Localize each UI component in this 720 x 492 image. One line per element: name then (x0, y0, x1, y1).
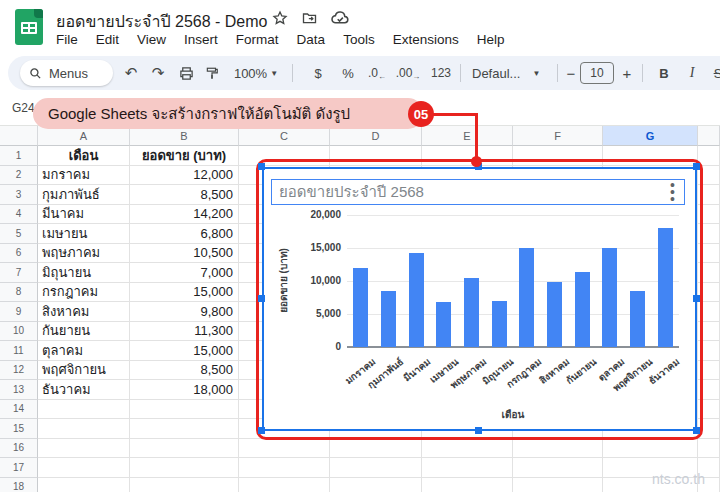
cell-B18[interactable] (130, 478, 239, 492)
decrease-font-size-button[interactable]: − (561, 60, 581, 86)
row-header-5[interactable]: 5 (0, 224, 38, 244)
cell-B10[interactable]: 11,300 (130, 322, 239, 342)
cell-B17[interactable] (130, 458, 239, 478)
menu-help[interactable]: Help (468, 30, 514, 49)
cell-B14[interactable] (130, 400, 239, 420)
print-button[interactable] (174, 60, 198, 86)
col-header-E[interactable]: E (422, 126, 513, 146)
cell-F17[interactable] (513, 458, 603, 478)
menu-format[interactable]: Format (227, 30, 288, 49)
row-header-11[interactable]: 11 (0, 341, 38, 361)
cell-B8[interactable]: 15,000 (130, 283, 239, 303)
cell-H11[interactable] (698, 341, 720, 361)
cell-B3[interactable]: 8,500 (130, 185, 239, 205)
cell-H1[interactable] (698, 146, 720, 166)
row-header-17[interactable]: 17 (0, 458, 38, 478)
cell-H6[interactable] (698, 244, 720, 264)
row-header-12[interactable]: 12 (0, 361, 38, 381)
decrease-decimal-button[interactable]: .0← (363, 60, 391, 86)
cell-F18[interactable] (513, 478, 603, 492)
cell-A11[interactable]: ตุลาคม (38, 341, 130, 361)
cell-B2[interactable]: 12,000 (130, 166, 239, 186)
percent-format-button[interactable]: % (336, 60, 360, 86)
cell-B16[interactable] (130, 439, 239, 459)
cell-E18[interactable] (422, 478, 513, 492)
cell-B1[interactable]: ยอดขาย (บาท) (130, 146, 239, 166)
row-header-14[interactable]: 14 (0, 400, 38, 420)
move-folder-icon[interactable] (301, 10, 318, 26)
cell-C16[interactable] (239, 439, 330, 459)
bar-พฤศจิกายน[interactable] (630, 291, 645, 347)
row-header-6[interactable]: 6 (0, 244, 38, 264)
cell-E1[interactable] (422, 146, 513, 166)
cell-C17[interactable] (239, 458, 330, 478)
cell-H13[interactable] (698, 380, 720, 400)
star-icon[interactable] (272, 10, 288, 26)
selection-handle[interactable] (475, 427, 482, 434)
cell-A17[interactable] (38, 458, 130, 478)
selection-handle[interactable] (258, 163, 265, 170)
cell-D18[interactable] (330, 478, 422, 492)
cell-G1[interactable] (603, 146, 698, 166)
row-header-7[interactable]: 7 (0, 263, 38, 283)
cell-F16[interactable] (513, 439, 603, 459)
menu-file[interactable]: File (47, 30, 87, 49)
cell-H15[interactable] (698, 419, 720, 439)
row-header-4[interactable]: 4 (0, 205, 38, 225)
row-header-15[interactable]: 15 (0, 419, 38, 439)
increase-decimal-button[interactable]: .00→ (393, 60, 423, 86)
bar-มีนาคม[interactable] (409, 253, 424, 347)
cell-A7[interactable]: มิถุนายน (38, 263, 130, 283)
cell-F1[interactable] (513, 146, 603, 166)
cell-D16[interactable] (330, 439, 422, 459)
selection-handle[interactable] (693, 427, 700, 434)
cell-C18[interactable] (239, 478, 330, 492)
cell-A10[interactable]: กันยายน (38, 322, 130, 342)
cell-G16[interactable] (603, 439, 698, 459)
menu-view[interactable]: View (128, 30, 175, 49)
bar-สิงหาคม[interactable] (547, 282, 562, 347)
cell-B4[interactable]: 14,200 (130, 205, 239, 225)
col-header-C[interactable]: C (239, 126, 330, 146)
bar-เมษายน[interactable] (436, 302, 451, 347)
chart-more-menu-icon[interactable]: ••• (670, 182, 675, 203)
italic-button[interactable]: I (680, 60, 704, 86)
cell-A3[interactable]: กุมภาพันธ์ (38, 185, 130, 205)
cell-A18[interactable] (38, 478, 130, 492)
cell-A4[interactable]: มีนาคม (38, 205, 130, 225)
name-box[interactable]: G24 (12, 101, 35, 115)
cell-B6[interactable]: 10,500 (130, 244, 239, 264)
bar-ตุลาคม[interactable] (602, 248, 617, 347)
menus-search[interactable]: Menus (20, 60, 113, 86)
row-header-10[interactable]: 10 (0, 322, 38, 342)
cell-B13[interactable]: 18,000 (130, 380, 239, 400)
cell-D17[interactable] (330, 458, 422, 478)
cell-H10[interactable] (698, 322, 720, 342)
row-header-16[interactable]: 16 (0, 439, 38, 459)
selection-handle[interactable] (693, 295, 700, 302)
row-header-8[interactable]: 8 (0, 283, 38, 303)
bar-กรกฎาคม[interactable] (519, 248, 534, 347)
bar-ธันวาคม[interactable] (658, 228, 673, 347)
cell-B5[interactable]: 6,800 (130, 224, 239, 244)
row-header-2[interactable]: 2 (0, 166, 38, 186)
menu-extensions[interactable]: Extensions (384, 30, 468, 49)
bar-กุมภาพันธ์[interactable] (381, 291, 396, 347)
cell-A8[interactable]: กรกฎาคม (38, 283, 130, 303)
cell-H3[interactable] (698, 185, 720, 205)
cell-C1[interactable] (239, 146, 330, 166)
increase-font-size-button[interactable]: + (617, 60, 637, 86)
row-header-1[interactable]: 1 (0, 146, 38, 166)
cell-H14[interactable] (698, 400, 720, 420)
bar-มิถุนายน[interactable] (492, 301, 507, 347)
cell-H2[interactable] (698, 166, 720, 186)
cell-A6[interactable]: พฤษภาคม (38, 244, 130, 264)
col-header-D[interactable]: D (330, 126, 422, 146)
cell-A9[interactable]: สิงหาคม (38, 302, 130, 322)
cell-B12[interactable]: 8,500 (130, 361, 239, 381)
currency-format-button[interactable]: $ (306, 60, 330, 86)
cell-D1[interactable] (330, 146, 422, 166)
col-header-partial[interactable] (698, 126, 720, 146)
row-header-3[interactable]: 3 (0, 185, 38, 205)
chart-title-input[interactable]: ยอดขายประจำปี 2568 (271, 179, 685, 205)
